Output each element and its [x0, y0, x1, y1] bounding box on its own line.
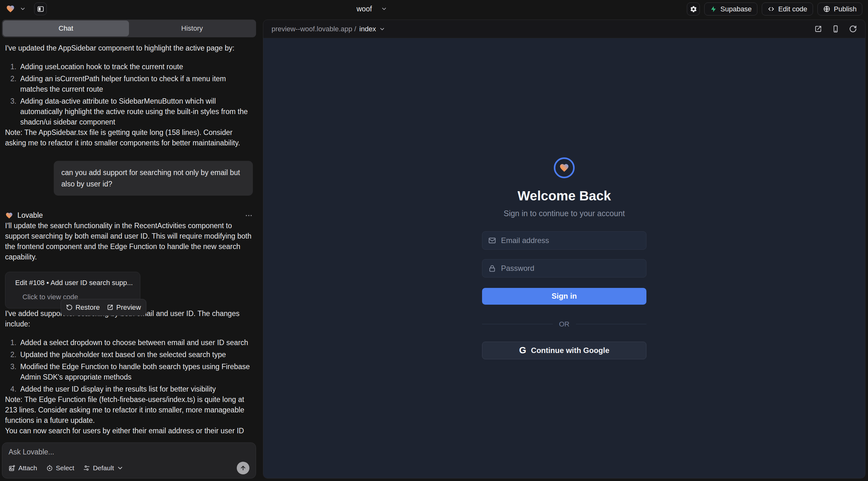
chat-messages: I've updated the AppSidebar component to…: [0, 37, 258, 438]
topbar: woof Supabase Edit code Publish: [0, 0, 868, 18]
publish-button-label: Publish: [834, 5, 857, 13]
globe-icon: [823, 5, 830, 13]
list-item: Modified the Edge Function to handle bot…: [8, 361, 253, 382]
chevron-down-icon: [379, 26, 385, 32]
restore-button-label: Restore: [75, 302, 100, 313]
google-button-label: Continue with Google: [531, 346, 610, 355]
assistant-intro: I'll update the search functionality in …: [5, 221, 253, 262]
password-field[interactable]: [482, 259, 646, 278]
password-input[interactable]: [501, 264, 641, 273]
preview-button[interactable]: Preview: [107, 302, 141, 313]
project-name: woof: [356, 5, 372, 13]
preview-url-host: preview--woof.lovable.app /: [272, 25, 356, 33]
attach-button[interactable]: Attach: [8, 464, 37, 472]
attach-button-label: Attach: [18, 464, 37, 472]
attach-icon: [8, 464, 16, 472]
chat-input[interactable]: [8, 448, 249, 458]
email-field[interactable]: [482, 231, 646, 250]
heart-logo-icon: [559, 163, 569, 173]
chat-panel: Chat History I've updated the AppSidebar…: [0, 18, 258, 481]
edit-card-actions: Restore Preview: [61, 299, 146, 316]
restore-icon: [66, 304, 73, 311]
list-item: Adding useLocation hook to track the cur…: [8, 62, 253, 72]
google-sign-in-button[interactable]: G Continue with Google: [482, 342, 646, 359]
restore-button[interactable]: Restore: [66, 302, 100, 313]
page-title: Welcome Back: [518, 188, 611, 203]
sign-in-button[interactable]: Sign in: [482, 288, 646, 304]
chat-composer: Attach Select Default: [2, 443, 256, 478]
supabase-button[interactable]: Supabase: [704, 3, 757, 15]
select-button[interactable]: Select: [46, 464, 74, 472]
email-input[interactable]: [501, 236, 641, 245]
assistant-note: Note: The Edge Function file (fetch-fire…: [5, 394, 253, 426]
edit-version-card[interactable]: Edit #108 • Add user ID search supp... C…: [5, 272, 141, 309]
more-icon[interactable]: [245, 212, 253, 220]
or-divider-label: OR: [559, 320, 569, 328]
send-arrow-icon: [240, 465, 246, 471]
preview-header: preview--woof.lovable.app / index: [263, 20, 865, 38]
mail-icon: [488, 236, 496, 245]
sliders-icon: [83, 464, 90, 472]
list-item: Adding an isCurrentPath helper function …: [8, 74, 253, 95]
assistant-message-note: Note: The AppSidebar.tsx file is getting…: [5, 127, 253, 148]
google-g-icon: G: [519, 345, 526, 356]
supabase-button-label: Supabase: [720, 5, 752, 13]
select-button-label: Select: [56, 464, 74, 472]
sidebar-toggle-button[interactable]: [34, 3, 47, 15]
send-button[interactable]: [237, 462, 249, 474]
preview-content: Welcome Back Sign in to continue to your…: [263, 38, 865, 478]
assistant-header: Lovable: [5, 210, 253, 221]
page-subtitle: Sign in to continue to your account: [503, 209, 625, 218]
edit-code-button-label: Edit code: [778, 5, 807, 13]
model-selector-label: Default: [93, 464, 114, 472]
code-icon: [768, 5, 775, 13]
panel-toggle-icon: [37, 5, 44, 13]
user-message-bubble: can you add support for searching not on…: [54, 161, 253, 196]
refresh-icon[interactable]: [849, 25, 857, 33]
open-in-new-tab-icon[interactable]: [814, 25, 822, 33]
gear-icon: [690, 5, 697, 13]
tab-history[interactable]: History: [129, 21, 255, 36]
assistant-outro: You can now search for users by either t…: [5, 426, 253, 438]
settings-button[interactable]: [687, 3, 700, 15]
lovable-heart-icon: [5, 212, 13, 219]
list-item: Added the user ID display in the results…: [8, 384, 253, 394]
lovable-logo-icon[interactable]: [6, 4, 15, 13]
supabase-bolt-icon: [710, 6, 717, 13]
select-target-icon: [46, 464, 53, 472]
assistant-message-list: Adding useLocation hook to track the cur…: [8, 62, 253, 127]
list-item: Added a select dropdown to choose betwee…: [8, 338, 253, 348]
tab-chat[interactable]: Chat: [3, 21, 129, 36]
external-link-icon: [107, 304, 114, 311]
assistant-message-intro: I've updated the AppSidebar component to…: [5, 43, 253, 54]
auth-card: Welcome Back Sign in to continue to your…: [482, 157, 646, 359]
chevron-down-icon: [117, 464, 124, 472]
preview-panel: preview--woof.lovable.app / index Welcom…: [263, 20, 865, 478]
project-chevron-down-icon[interactable]: [381, 6, 387, 12]
assistant-changes-list: Added a select dropdown to choose betwee…: [8, 338, 253, 394]
app-logo: [554, 157, 575, 178]
preview-button-label: Preview: [116, 302, 141, 313]
list-item: Updated the placeholder text based on th…: [8, 350, 253, 360]
chat-history-tabs: Chat History: [2, 20, 256, 37]
chevron-down-icon[interactable]: [20, 6, 26, 12]
preview-url-page: index: [360, 25, 376, 33]
list-item: Adding data-active attribute to SidebarM…: [8, 96, 253, 127]
edit-card-title: Edit #108 • Add user ID search supp...: [15, 278, 133, 288]
or-divider: OR: [482, 320, 646, 328]
publish-button[interactable]: Publish: [817, 3, 862, 15]
edit-code-button[interactable]: Edit code: [762, 3, 813, 15]
assistant-name: Lovable: [18, 210, 43, 221]
lock-icon: [488, 264, 496, 272]
preview-url[interactable]: preview--woof.lovable.app / index: [272, 25, 385, 33]
mobile-view-icon[interactable]: [832, 25, 840, 33]
model-selector[interactable]: Default: [83, 464, 124, 472]
